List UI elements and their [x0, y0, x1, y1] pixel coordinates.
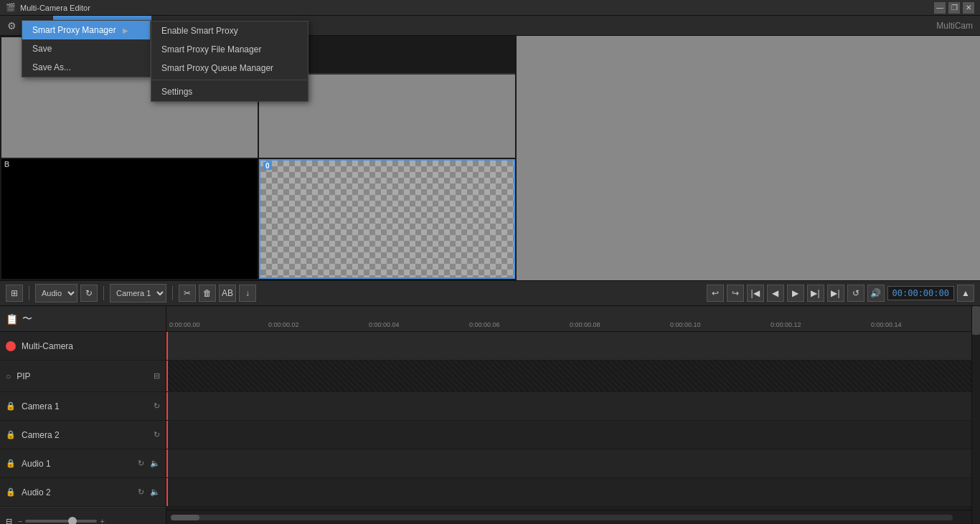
timeline-track-multicamera[interactable] [166, 332, 971, 361]
scroll-track[interactable] [171, 515, 953, 520]
track-header-icon-wave[interactable]: 〜 [22, 313, 32, 325]
lock-icon-camera1[interactable]: 🔒 [6, 401, 16, 411]
dd-save[interactable]: Save [22, 39, 150, 58]
pip-display-icon[interactable]: ⊟ [154, 371, 160, 381]
vertical-scroll-thumb[interactable] [972, 306, 980, 335]
submenu-arrow-icon: ▶ [123, 27, 128, 34]
refresh-icon-camera2[interactable]: ↻ [154, 430, 160, 439]
window-title: Multi-Camera Editor [20, 4, 90, 12]
zoom-slider-row: ⊟ − + [0, 507, 166, 524]
zoom-track[interactable] [25, 520, 97, 523]
delete-button[interactable]: 🗑 [199, 285, 216, 302]
step-back-button[interactable]: ◀ [767, 285, 784, 302]
camera-cell-bottom-right: 0 [259, 159, 515, 280]
down-button[interactable]: ↓ [239, 285, 256, 302]
toolbar-separator-3 [172, 286, 173, 300]
refresh-button[interactable]: ↻ [80, 285, 98, 302]
dd-settings[interactable]: Settings [151, 82, 308, 101]
ruler-mark-5: 0:00:00.10 [670, 321, 701, 328]
full-screen-icon[interactable]: ⊟ [6, 517, 12, 525]
refresh-icon-camera1[interactable]: ↻ [154, 401, 160, 411]
dd-smart-proxy-queue-manager[interactable]: Smart Proxy Queue Manager [151, 59, 308, 77]
ruler-mark-0: 0:00:00.00 [169, 321, 200, 328]
dd-smart-proxy-file-manager[interactable]: Smart Proxy File Manager [151, 40, 308, 59]
ruler-mark-4: 0:00:00.08 [570, 321, 600, 328]
refresh-icon-audio2[interactable]: ↻ [138, 487, 144, 497]
playhead-pip [166, 361, 168, 391]
zoom-slider: − + [18, 517, 105, 524]
zoom-plus-icon[interactable]: + [100, 517, 104, 524]
camera-cell-bottom-left: B [1, 159, 258, 280]
skip-start-button[interactable]: |◀ [747, 285, 764, 302]
lock-icon-audio2[interactable]: 🔒 [6, 487, 16, 497]
playhead-camera1 [166, 392, 168, 420]
grid-view-button[interactable]: ⊞ [6, 285, 23, 302]
zoom-thumb[interactable] [68, 517, 77, 524]
skip-end-button[interactable]: ▶| [827, 285, 844, 302]
playhead-audio2 [166, 478, 168, 506]
right-preview [517, 36, 980, 280]
timeline-ruler: 0:00:00.00 0:00:00.02 0:00:00.04 0:00:00… [166, 306, 971, 332]
menu-separator [151, 80, 308, 80]
volume-button[interactable]: 🔊 [867, 285, 885, 302]
playhead-audio1 [166, 449, 168, 477]
toolbar-separator-1 [29, 286, 29, 300]
horizontal-scrollbar[interactable] [166, 510, 971, 524]
camera-select[interactable]: Camera 1 [110, 284, 166, 303]
window-controls[interactable]: — ❐ ✕ [934, 2, 974, 14]
timeline-track-pip[interactable] [166, 361, 971, 392]
step-forward-button[interactable]: ▶| [807, 285, 824, 302]
ruler-mark-3: 0:00:00.06 [469, 321, 500, 328]
track-header-icon-script[interactable]: 📋 [6, 313, 18, 325]
track-row-pip: ○ PIP ⊟ [0, 361, 166, 392]
timeline-content: 0:00:00.00 0:00:00.02 0:00:00.04 0:00:00… [166, 306, 971, 524]
scroll-thumb[interactable] [171, 515, 199, 520]
ruler-mark-1: 0:00:00.02 [268, 321, 299, 328]
close-button[interactable]: ✕ [963, 2, 974, 14]
gear-icon[interactable]: ⚙ [3, 17, 20, 34]
timeline-track-camera2[interactable] [166, 421, 971, 449]
ruler-mark-6: 0:00:00.12 [771, 321, 801, 328]
zoom-minus-icon[interactable]: − [18, 517, 22, 524]
dd-enable-smart-proxy[interactable]: Enable Smart Proxy [151, 22, 308, 40]
refresh-icon-audio1[interactable]: ↻ [138, 459, 144, 468]
track-name-camera1: Camera 1 [22, 401, 148, 411]
dropdown-menu-level2: Enable Smart Proxy Smart Proxy File Mana… [151, 21, 308, 102]
record-indicator[interactable] [6, 341, 16, 351]
redo-playback-button[interactable]: ↪ [727, 285, 744, 302]
track-labels-panel: 📋 〜 Multi-Camera ○ PIP ⊟ 🔒 Camera 1 ↻ 🔒 … [0, 306, 166, 524]
timeline-track-camera1[interactable] [166, 392, 971, 421]
playhead-camera2 [166, 421, 168, 449]
text-button[interactable]: AB [219, 285, 236, 302]
timeline-track-audio1[interactable] [166, 449, 971, 478]
audio-select[interactable]: Audio [35, 284, 77, 303]
timecode-up-button[interactable]: ▲ [957, 285, 974, 302]
mute-icon-audio1[interactable]: 🔈 [150, 459, 160, 468]
camera-cell-label-b: B [4, 161, 9, 168]
maximize-button[interactable]: ❐ [948, 2, 960, 14]
minimize-button[interactable]: — [934, 2, 946, 14]
undo-playback-button[interactable]: ↩ [707, 285, 724, 302]
playback-controls: ↩ ↪ |◀ ◀ ▶ ▶| ▶| ↺ 🔊 00:00:00:00 ▲ [707, 285, 974, 302]
camera-cell-label-0: 0 [263, 162, 272, 170]
lock-icon-audio1[interactable]: 🔒 [6, 459, 16, 468]
toolbar-separator-2 [103, 286, 104, 300]
ruler-mark-2: 0:00:00.04 [369, 321, 400, 328]
mute-icon-audio2[interactable]: 🔈 [150, 487, 160, 497]
track-name-multicamera: Multi-Camera [22, 341, 160, 351]
dd-smart-proxy-manager[interactable]: Smart Proxy Manager ▶ Enable Smart Proxy… [22, 21, 150, 39]
dropdown-menu-level1: Smart Proxy Manager ▶ Enable Smart Proxy… [22, 20, 151, 77]
dd-save-as[interactable]: Save As... [22, 58, 150, 77]
track-row-audio2: 🔒 Audio 2 ↻ 🔈 [0, 478, 166, 507]
lock-icon-camera2[interactable]: 🔒 [6, 430, 16, 439]
cut-button[interactable]: ✂ [179, 285, 196, 302]
loop-button[interactable]: ↺ [847, 285, 864, 302]
track-row-camera1: 🔒 Camera 1 ↻ [0, 392, 166, 421]
play-button[interactable]: ▶ [787, 285, 804, 302]
track-name-audio1: Audio 1 [22, 459, 132, 469]
track-name-pip: PIP [17, 371, 148, 381]
track-labels-header: 📋 〜 [0, 306, 166, 332]
vertical-scrollbar[interactable] [971, 306, 980, 524]
timeline-track-audio2[interactable] [166, 478, 971, 507]
app-icon: 🎬 [6, 3, 16, 12]
